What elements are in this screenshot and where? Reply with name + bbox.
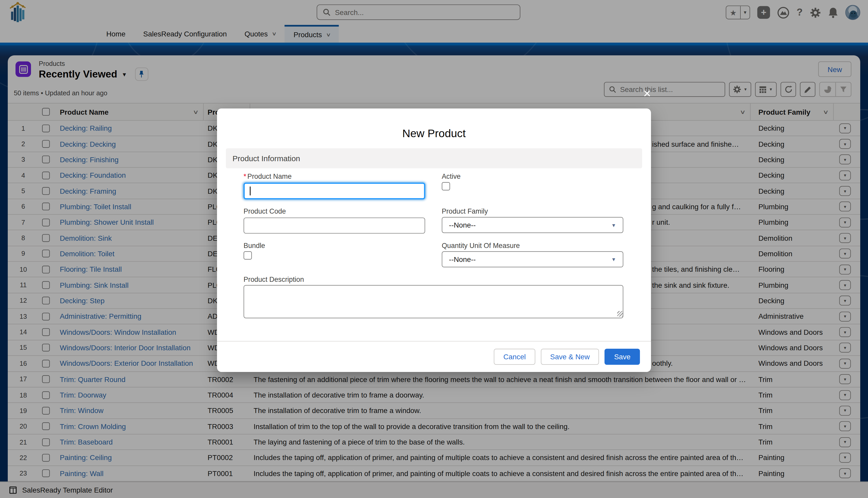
- qty-uom-select[interactable]: --None-- ▼: [442, 251, 623, 267]
- resize-grip[interactable]: [617, 311, 622, 316]
- product-code-label: Product Code: [244, 208, 286, 215]
- modal-title: New Product: [217, 127, 651, 140]
- save-button[interactable]: Save: [605, 349, 640, 365]
- dropdown-triangle-icon: ▼: [611, 257, 616, 262]
- text-cursor: [250, 186, 250, 195]
- save-and-new-button[interactable]: Save & New: [541, 349, 599, 365]
- product-family-select[interactable]: --None-- ▼: [442, 217, 623, 233]
- section-header: Product Information: [226, 148, 642, 168]
- qty-uom-label: Quantity Unit Of Measure: [442, 242, 520, 250]
- product-name-label: *Product Name: [244, 173, 292, 181]
- product-family-label: Product Family: [442, 208, 488, 215]
- cancel-button[interactable]: Cancel: [494, 349, 535, 365]
- product-description-textarea[interactable]: [244, 285, 623, 318]
- product-code-input[interactable]: [244, 218, 425, 234]
- close-icon: ×: [643, 86, 651, 101]
- bundle-label: Bundle: [244, 242, 265, 250]
- dropdown-triangle-icon: ▼: [611, 222, 616, 227]
- active-label: Active: [442, 173, 461, 181]
- bundle-checkbox[interactable]: [244, 251, 252, 260]
- screen: ★ ▼ + ?: [0, 0, 868, 498]
- active-checkbox[interactable]: [442, 182, 450, 191]
- new-product-modal: New Product Product Information *Product…: [217, 108, 651, 372]
- modal-footer: Cancel Save & New Save: [217, 341, 651, 372]
- product-name-input[interactable]: [244, 183, 425, 199]
- required-asterisk: *: [244, 173, 246, 181]
- product-description-label: Product Description: [244, 276, 304, 283]
- modal-close-button[interactable]: ×: [640, 86, 655, 101]
